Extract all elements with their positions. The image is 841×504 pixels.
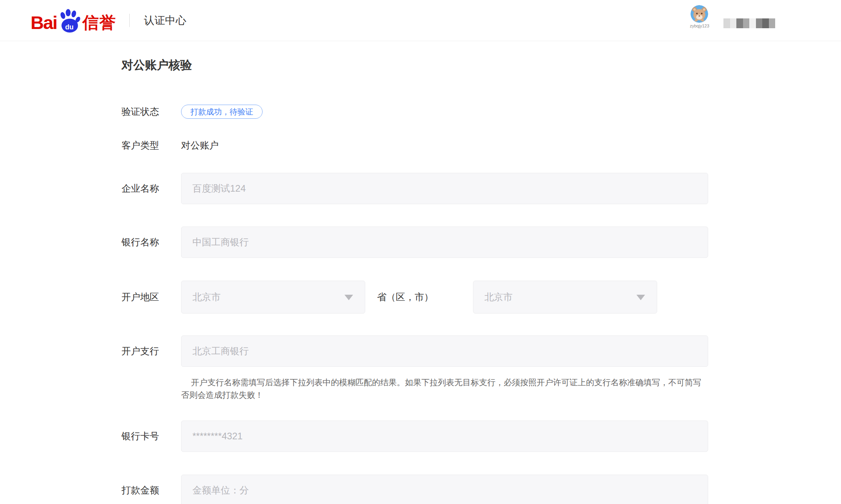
amount-input[interactable] [181, 475, 708, 504]
baidu-xinyu-logo[interactable]: Bai du 信誉 [31, 9, 116, 32]
baidu-paw-icon: du [58, 9, 82, 33]
main-content: 对公账户核验 验证状态 打款成功，待验证 客户类型 对公账户 企业名称 银行名称… [0, 57, 841, 504]
svg-text:du: du [65, 23, 73, 31]
customer-type-label: 客户类型 [121, 139, 181, 152]
status-badge: 打款成功，待验证 [181, 105, 263, 119]
amount-row: 打款金额 [121, 475, 841, 504]
card-number-row: 银行卡号 [121, 421, 841, 452]
redacted-user-info [723, 18, 775, 28]
header-divider [129, 14, 130, 27]
header: Bai du 信誉 认证中心 zybqjy123 [0, 0, 841, 41]
user-avatar[interactable] [691, 5, 708, 23]
header-title: 认证中心 [144, 13, 186, 27]
region-label: 开户地区 [121, 291, 181, 303]
verify-status-row: 验证状态 打款成功，待验证 [121, 105, 841, 119]
chevron-down-icon [344, 295, 353, 300]
branch-help-text: 开户支行名称需填写后选择下拉列表中的模糊匹配的结果。如果下拉列表无目标支行，必须… [181, 376, 708, 401]
chevron-down-icon [636, 295, 645, 300]
logo-text-xinyu: 信誉 [82, 15, 116, 31]
card-number-input[interactable] [181, 421, 708, 452]
bear-avatar-icon [691, 5, 708, 23]
bank-name-row: 银行名称 [121, 227, 841, 258]
city-select[interactable]: 北京市 [473, 281, 657, 314]
verify-status-label: 验证状态 [121, 105, 181, 118]
company-name-row: 企业名称 [121, 173, 841, 204]
branch-label: 开户支行 [121, 345, 181, 357]
branch-row: 开户支行 [121, 335, 841, 367]
province-select-value: 北京市 [192, 291, 221, 303]
city-select-value: 北京市 [484, 291, 513, 303]
region-mid-label: 省（区，市） [365, 291, 473, 303]
company-name-label: 企业名称 [121, 182, 181, 195]
username-label: zybqjy123 [686, 24, 713, 28]
logo-text-bai: Bai [31, 13, 57, 32]
card-number-label: 银行卡号 [121, 430, 181, 442]
bank-name-label: 银行名称 [121, 236, 181, 248]
province-select[interactable]: 北京市 [181, 281, 365, 314]
customer-type-value: 对公账户 [181, 139, 219, 152]
page-title: 对公账户核验 [121, 57, 841, 73]
company-name-input[interactable] [181, 173, 708, 204]
branch-input[interactable] [181, 335, 708, 367]
amount-label: 打款金额 [121, 484, 181, 497]
region-row: 开户地区 北京市 省（区，市） 北京市 [121, 281, 841, 314]
bank-name-input[interactable] [181, 227, 708, 258]
customer-type-row: 客户类型 对公账户 [121, 139, 841, 152]
